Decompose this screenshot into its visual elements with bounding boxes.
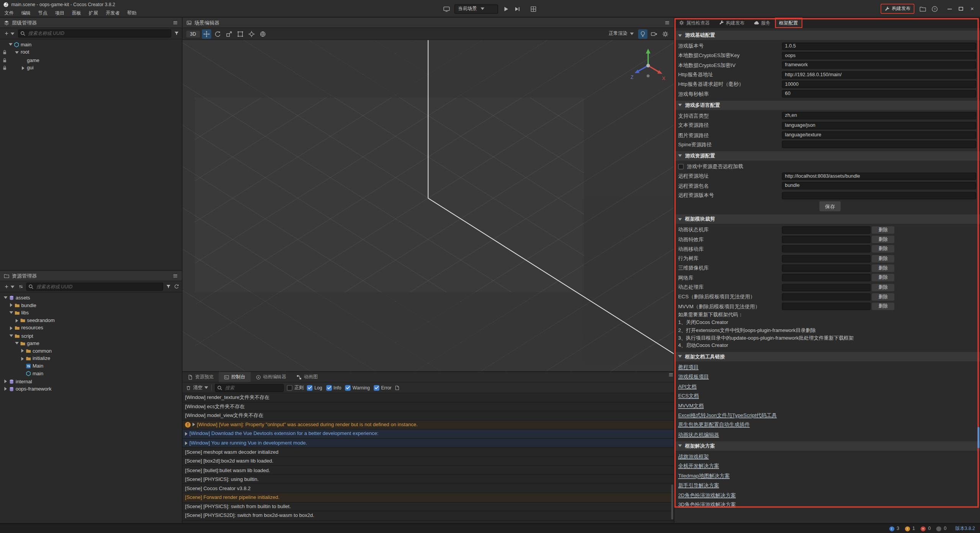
- console-log-row[interactable]: [Scene] Cocos Creator v3.8.2: [183, 484, 674, 493]
- hierarchy-node[interactable]: game: [0, 56, 182, 64]
- module-input[interactable]: [782, 265, 871, 272]
- toggle-3d-button[interactable]: 3D: [186, 30, 200, 37]
- inspector-tab-3[interactable]: 框架配置: [775, 18, 802, 28]
- menu-item-0[interactable]: 文件: [1, 10, 18, 16]
- doc-link[interactable]: 2D角色扮演游戏解决方案: [678, 492, 736, 499]
- caret-slot[interactable]: [8, 335, 14, 337]
- caret-expanded-icon[interactable]: [8, 43, 12, 46]
- console-log-row[interactable]: [Scene] [PHYSICS]: using builtin.: [183, 475, 674, 484]
- console-search-input[interactable]: [215, 384, 284, 392]
- inspector-tab-1[interactable]: 构建发布: [714, 18, 749, 28]
- expand-caret-icon[interactable]: [185, 441, 188, 445]
- property-input[interactable]: 10000: [782, 80, 976, 88]
- console-log-row[interactable]: [Window] Download the Vue Devtools exten…: [183, 430, 674, 439]
- scene-settings-button[interactable]: [661, 29, 670, 38]
- property-input[interactable]: http://localhost:8083/assets/bundle: [782, 172, 976, 180]
- asset-node[interactable]: libs: [0, 309, 182, 317]
- asset-node[interactable]: game: [0, 340, 182, 347]
- close-button[interactable]: ×: [967, 4, 977, 13]
- hierarchy-node[interactable]: main: [0, 41, 182, 48]
- module-input[interactable]: [782, 226, 871, 234]
- delete-button[interactable]: 删除: [872, 255, 895, 263]
- delete-button[interactable]: 删除: [872, 226, 895, 234]
- property-input[interactable]: [782, 191, 976, 199]
- pivot-toggle-button[interactable]: [247, 29, 256, 38]
- caret-slot[interactable]: [8, 326, 14, 330]
- section-header[interactable]: 游戏基础配置: [675, 31, 980, 40]
- doc-link[interactable]: 新手引导解决方案: [678, 482, 719, 489]
- delete-button[interactable]: 删除: [872, 293, 895, 301]
- doc-link[interactable]: 3D角色扮演游戏解决方案: [678, 501, 736, 508]
- inspector-scrollbar[interactable]: [977, 427, 979, 448]
- delete-button[interactable]: 删除: [872, 284, 895, 291]
- menu-item-1[interactable]: 编辑: [18, 10, 34, 16]
- caret-expanded-icon[interactable]: [678, 104, 682, 106]
- delete-button[interactable]: 删除: [872, 236, 895, 244]
- task-count-icon[interactable]: [936, 526, 941, 531]
- section-header[interactable]: 框架模块裁剪: [675, 214, 980, 224]
- console-log-row[interactable]: [Scene] Forward render pipeline initiali…: [183, 493, 674, 502]
- move-tool-button[interactable]: [202, 29, 211, 38]
- rect-tool-button[interactable]: [235, 29, 245, 38]
- module-input[interactable]: [782, 293, 871, 301]
- doc-link[interactable]: Tiledmap地图解决方案: [678, 473, 730, 479]
- property-input[interactable]: http://192.168.0.150/main/: [782, 71, 976, 78]
- caret-expanded-icon[interactable]: [678, 34, 682, 37]
- filter-checkbox[interactable]: [307, 385, 313, 391]
- property-input[interactable]: 60: [782, 90, 976, 98]
- world-local-toggle-button[interactable]: [258, 29, 267, 38]
- property-input[interactable]: language/texture: [782, 131, 976, 139]
- help-icon[interactable]: [931, 5, 938, 12]
- console-tab-1[interactable]: 控制台: [219, 372, 250, 382]
- module-input[interactable]: [782, 284, 871, 291]
- caret-collapsed-icon[interactable]: [10, 326, 12, 330]
- panel-menu-icon[interactable]: [173, 20, 178, 25]
- play-button[interactable]: [503, 5, 510, 12]
- doc-link[interactable]: MVVM文档: [678, 402, 704, 409]
- console-log-row[interactable]: ![Window] [Vue warn]: Property "onInput"…: [183, 420, 674, 430]
- regex-toggle[interactable]: 正则: [287, 384, 304, 391]
- panel-menu-icon[interactable]: [665, 20, 670, 25]
- caret-slot[interactable]: [20, 349, 25, 353]
- panel-menu-icon[interactable]: [173, 273, 178, 279]
- property-input[interactable]: oops: [782, 52, 976, 59]
- console-log-row[interactable]: [Scene] meshopt wasm decoder initialized: [183, 448, 674, 457]
- asset-node[interactable]: initialize: [0, 355, 182, 363]
- caret-slot[interactable]: [8, 303, 14, 307]
- log-filter-error[interactable]: Error: [374, 385, 392, 391]
- caret-expanded-icon[interactable]: [9, 335, 13, 337]
- module-input[interactable]: [782, 245, 871, 253]
- menu-item-7[interactable]: 帮助: [123, 10, 140, 16]
- caret-collapsed-icon[interactable]: [10, 303, 12, 307]
- caret-slot[interactable]: [20, 357, 25, 361]
- error-count-icon[interactable]: ×: [921, 526, 926, 531]
- refresh-icon[interactable]: [174, 284, 180, 289]
- menu-item-5[interactable]: 扩展: [85, 10, 102, 16]
- doc-link[interactable]: ECS文档: [678, 393, 699, 400]
- hierarchy-search-input[interactable]: [18, 29, 171, 38]
- module-input[interactable]: [782, 274, 871, 282]
- minimize-button[interactable]: [945, 4, 954, 13]
- scale-tool-button[interactable]: [224, 29, 233, 38]
- asset-node[interactable]: internal: [0, 378, 182, 385]
- asset-node[interactable]: resources: [0, 324, 182, 332]
- log-filter-info[interactable]: Info: [326, 385, 341, 391]
- preview-grid-icon[interactable]: [530, 5, 537, 12]
- console-log-row[interactable]: [Window] ecs文件夹不存在: [183, 402, 674, 412]
- delete-button[interactable]: 删除: [872, 302, 895, 310]
- build-publish-button[interactable]: 构建发布: [880, 4, 914, 14]
- caret-expanded-icon[interactable]: [15, 342, 18, 345]
- sort-icon[interactable]: [18, 284, 24, 289]
- step-button[interactable]: [514, 5, 521, 12]
- caret-expanded-icon[interactable]: [678, 155, 682, 157]
- hierarchy-node[interactable]: root: [0, 49, 182, 56]
- asset-node[interactable]: common: [0, 347, 182, 355]
- module-input[interactable]: [782, 255, 871, 263]
- caret-collapsed-icon[interactable]: [15, 319, 18, 322]
- expand-caret-icon[interactable]: [193, 423, 195, 427]
- property-input[interactable]: framework: [782, 61, 976, 69]
- log-filter-warning[interactable]: Warning: [345, 385, 370, 391]
- caret-slot[interactable]: [14, 51, 20, 54]
- module-input[interactable]: [782, 302, 871, 310]
- section-header[interactable]: 游戏资源配置: [675, 151, 980, 160]
